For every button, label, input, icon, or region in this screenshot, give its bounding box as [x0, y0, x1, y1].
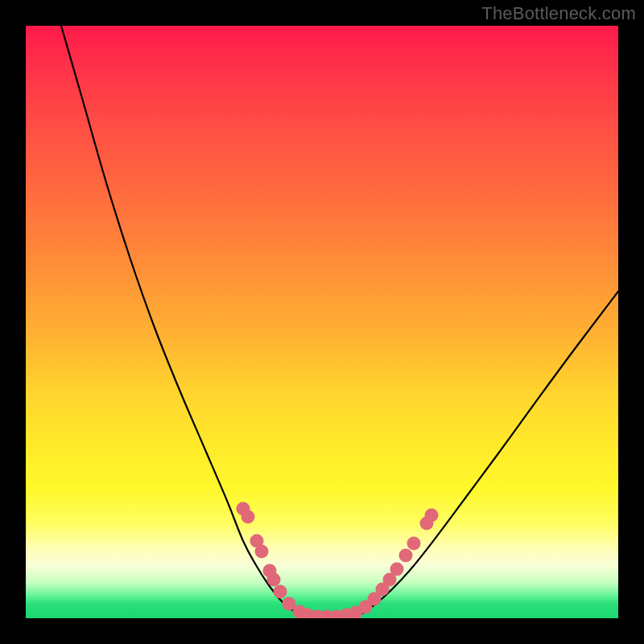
data-marker — [267, 573, 281, 587]
chart-frame: TheBottleneck.com — [0, 0, 644, 644]
data-markers — [237, 502, 439, 619]
bottleneck-curve — [61, 26, 618, 617]
watermark-text: TheBottleneck.com — [481, 3, 636, 24]
data-marker — [390, 563, 404, 576]
chart-svg — [26, 26, 618, 618]
data-marker — [274, 585, 287, 599]
data-marker — [425, 509, 439, 522]
data-marker — [399, 549, 413, 563]
plot-area — [26, 26, 618, 618]
data-marker — [407, 537, 421, 551]
curve-path — [61, 26, 618, 617]
data-marker — [255, 545, 269, 559]
data-marker — [242, 510, 255, 524]
